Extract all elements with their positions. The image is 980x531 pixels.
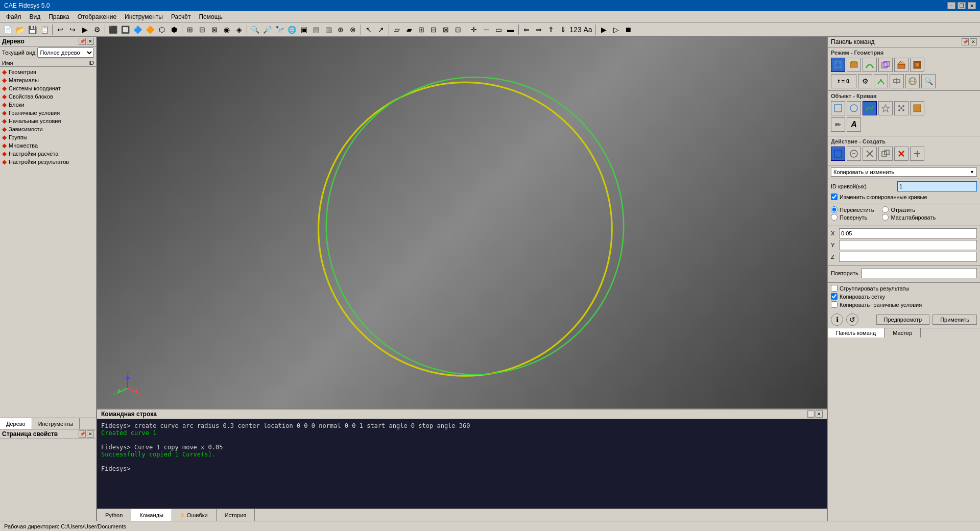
copy-dropdown[interactable]: Копировать и изменить ▼	[831, 167, 977, 177]
menu-calc[interactable]: Расчёт	[167, 12, 195, 21]
tab-master[interactable]: Мастер	[885, 328, 921, 337]
command-content[interactable]: Fidesys> create curve arc radius 0.3 cen…	[97, 419, 827, 509]
run-button[interactable]: ▶	[79, 24, 90, 35]
obj-icon-curve[interactable]	[863, 101, 877, 115]
box4-button[interactable]: ⬡	[156, 24, 168, 35]
select1-button[interactable]: ↖	[363, 24, 374, 35]
reflect-radio[interactable]	[882, 206, 889, 213]
mesh5-button[interactable]: ◈	[233, 24, 245, 35]
tree-item-geometry[interactable]: ◆ Геометрия	[1, 68, 95, 76]
mesh3-button[interactable]: ⊠	[209, 24, 220, 35]
action-icon-4[interactable]	[878, 147, 893, 161]
tree-pin-button[interactable]: 📌	[79, 38, 86, 45]
mode-icon-3[interactable]	[863, 58, 877, 72]
box-button[interactable]: 🔲	[119, 24, 131, 35]
tool1-button[interactable]: ▱	[391, 24, 402, 35]
action-icon-3[interactable]	[863, 147, 877, 161]
search-icon[interactable]: 🔍	[921, 74, 936, 88]
obj-icon-5[interactable]	[894, 101, 909, 115]
redo-button[interactable]: ↪	[67, 24, 78, 35]
tree-item-materials[interactable]: ◆ Материалы	[1, 76, 95, 84]
close-button[interactable]: ✕	[968, 2, 976, 9]
tool5-button[interactable]: ⊠	[440, 24, 451, 35]
menu-tools[interactable]: Инструменты	[121, 12, 167, 21]
arr2-button[interactable]: ⇒	[533, 24, 544, 35]
play2-button[interactable]: ▷	[610, 24, 622, 35]
settings-button[interactable]: ⚙	[91, 24, 103, 35]
obj-icon-2[interactable]	[847, 101, 861, 115]
undo-button[interactable]: ↩	[55, 24, 66, 35]
view5-button[interactable]: ⊗	[347, 24, 358, 35]
obj-icon-6[interactable]	[910, 101, 924, 115]
right-close-button[interactable]: ✕	[970, 38, 977, 45]
tree-close-button[interactable]: ✕	[87, 38, 94, 45]
settings-icon[interactable]: ⚙	[858, 74, 872, 88]
info-button[interactable]: ℹ	[831, 313, 843, 326]
curve-edit-icon[interactable]	[874, 74, 888, 88]
menu-display[interactable]: Отображение	[74, 12, 121, 21]
select2-button[interactable]: ↗	[375, 24, 387, 35]
arr3-button[interactable]: ⇑	[545, 24, 557, 35]
tree-item-sets[interactable]: ◆ Множества	[1, 141, 95, 150]
cmd-expand-button[interactable]: ⬜	[807, 411, 815, 418]
obj-icon-1[interactable]	[831, 101, 845, 115]
open-button[interactable]: 📂	[14, 24, 26, 35]
tree-item-initial[interactable]: ◆ Начальные условия	[1, 117, 95, 125]
apply-button[interactable]: Применить	[933, 315, 977, 325]
tool3-button[interactable]: ⊞	[416, 24, 427, 35]
save-button[interactable]: 💾	[27, 24, 38, 35]
dash-button[interactable]: ─	[481, 24, 492, 35]
copy-bc-checkbox[interactable]	[831, 301, 838, 308]
box5-button[interactable]: ⬢	[169, 24, 180, 35]
save-as-button[interactable]: 📋	[39, 24, 50, 35]
viewport[interactable]: X Y Z	[97, 37, 827, 408]
font-button[interactable]: Aa	[582, 24, 593, 35]
box2-button[interactable]: 🔷	[132, 24, 143, 35]
zoom-in-button[interactable]: 🔎	[261, 24, 273, 35]
cube-button[interactable]: ⬛	[107, 24, 118, 35]
tab-python[interactable]: Python	[97, 509, 131, 521]
tree-item-dependencies[interactable]: ◆ Зависимости	[1, 125, 95, 133]
obj-text-icon[interactable]: A	[847, 117, 861, 132]
minimize-button[interactable]: −	[947, 2, 955, 9]
transform-icon[interactable]	[890, 74, 904, 88]
action-icon-create[interactable]	[831, 147, 845, 161]
id-input[interactable]	[897, 181, 977, 191]
zoom-out-button[interactable]: 🔭	[274, 24, 285, 35]
zoom3-button[interactable]: 🌐	[286, 24, 297, 35]
z-input[interactable]	[839, 252, 977, 262]
box3-button[interactable]: 🔶	[144, 24, 155, 35]
tab-command-panel[interactable]: Панель команд	[828, 328, 885, 337]
obj-pen-icon[interactable]: ✏	[831, 117, 845, 132]
obj-icon-4[interactable]	[878, 101, 893, 115]
tab-tree[interactable]: Дерево	[0, 418, 32, 429]
mode-icon-2[interactable]	[847, 58, 861, 72]
arr1-button[interactable]: ⇐	[521, 24, 532, 35]
play1-button[interactable]: ▶	[598, 24, 609, 35]
globe-icon[interactable]	[905, 74, 920, 88]
new-button[interactable]: 📄	[2, 24, 13, 35]
rect-button[interactable]: ▭	[493, 24, 504, 35]
menu-file[interactable]: Файл	[2, 12, 26, 21]
tool6-button[interactable]: ⊡	[452, 24, 464, 35]
tab-tools[interactable]: Инструменты	[32, 418, 80, 429]
tree-item-blocks[interactable]: ◆ Блоки	[1, 101, 95, 109]
move-radio[interactable]	[831, 206, 838, 213]
mesh4-button[interactable]: ◉	[221, 24, 232, 35]
view1-button[interactable]: ▣	[298, 24, 309, 35]
num-button[interactable]: 123	[570, 24, 581, 35]
y-input[interactable]	[839, 240, 977, 250]
view4-button[interactable]: ⊕	[335, 24, 346, 35]
tree-item-groups[interactable]: ◆ Группы	[1, 133, 95, 141]
repeat-input[interactable]	[862, 268, 977, 278]
props-close-button[interactable]: ✕	[87, 430, 94, 438]
t0-icon[interactable]: t = 0	[831, 74, 856, 88]
tree-item-coord-systems[interactable]: ◆ Системы координат	[1, 84, 95, 92]
preview-button[interactable]: Предпросмотр	[876, 315, 930, 325]
restore-button[interactable]: ❐	[958, 2, 966, 9]
menu-edit[interactable]: Правка	[44, 12, 74, 21]
mesh-button[interactable]: ⊞	[184, 24, 196, 35]
tree-view-select[interactable]: Полное дерево	[37, 47, 94, 58]
arr4-button[interactable]: ⇓	[558, 24, 569, 35]
mode-icon-4[interactable]	[878, 58, 893, 72]
